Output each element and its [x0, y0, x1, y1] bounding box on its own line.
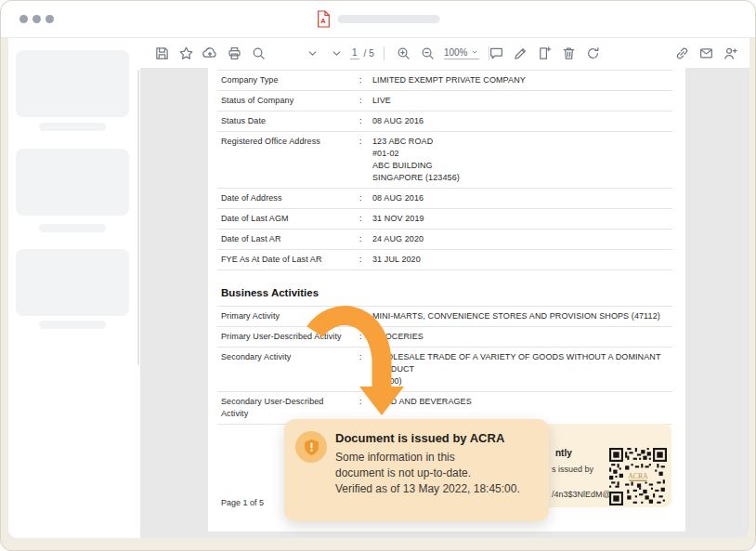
table-row: Status of Company : LIVE [217, 91, 672, 112]
qr-card-text-fragment: s issued by [552, 465, 593, 474]
cloud-upload-button[interactable] [200, 42, 220, 64]
email-button[interactable] [696, 42, 716, 64]
page-thumbnail-label [39, 123, 106, 131]
row-value: 31 NOV 2019 [372, 213, 672, 225]
table-row: Company Type : LIMITED EXEMPT PRIVATE CO… [217, 70, 672, 91]
row-label: Secondary User-Described Activity [221, 396, 359, 420]
acra-issue-tooltip: Document is issued by ACRA Some informat… [284, 419, 549, 521]
edit-icon [513, 46, 528, 61]
comment-button[interactable] [486, 42, 506, 64]
company-profile-table: Company Type : LIMITED EXEMPT PRIVATE CO… [217, 70, 672, 270]
table-row: Status Date : 08 AUG 2016 [217, 112, 672, 132]
row-value: FOOD AND BEVERAGES [372, 396, 672, 408]
row-label: Primary Activity [221, 310, 359, 322]
svg-text:A: A [320, 17, 326, 25]
page-total: 5 [369, 48, 374, 59]
add-page-icon [537, 46, 553, 61]
document-page: Company Type : LIMITED EXEMPT PRIVATE CO… [208, 68, 685, 531]
qr-logo-text: ACRA [628, 472, 648, 480]
comment-icon [489, 46, 504, 61]
zoom-out-button[interactable] [418, 42, 438, 64]
document-title-placeholder [338, 15, 440, 23]
page-thumbnail[interactable] [16, 149, 129, 216]
app-frame: A [0, 0, 756, 551]
window-control-dot[interactable] [46, 15, 54, 23]
tooltip-body-line: Some information in this [335, 450, 520, 466]
document-title-area: A [317, 10, 440, 28]
row-value: WHOLESALE TRADE OF A VARIETY OF GOODS WI… [372, 351, 672, 387]
row-label: Date of Last AR [221, 233, 359, 245]
zoom-in-button[interactable] [394, 42, 414, 64]
row-value: 123 ABC ROAD #01-02 ABC BUILDING SINGAPO… [372, 136, 672, 184]
row-value: GROCERIES [372, 331, 672, 343]
sidebar-scrollbar[interactable] [137, 70, 139, 365]
shield-alert-icon [304, 439, 319, 456]
tooltip-body: Some information in this document is not… [335, 450, 520, 497]
share-with-user-button[interactable] [720, 42, 740, 64]
business-activities-table: Primary Activity : MINI-MARTS, CONVENIEN… [217, 306, 672, 425]
table-row: Primary Activity : MINI-MARTS, CONVENIEN… [217, 306, 672, 327]
thumbnail-sidebar [8, 38, 140, 538]
search-button[interactable] [248, 42, 268, 64]
tooltip-body-line: document is not up-to-date. [335, 466, 520, 481]
delete-icon [561, 46, 577, 61]
mail-icon [698, 46, 714, 61]
section-title: Business Activities [221, 287, 319, 298]
zoom-level-dropdown[interactable]: 100% [444, 47, 480, 59]
save-button[interactable] [151, 42, 172, 64]
star-icon [178, 46, 194, 61]
copy-link-button[interactable] [671, 42, 692, 64]
page-thumbnail[interactable] [16, 249, 129, 316]
print-button[interactable] [224, 42, 244, 64]
row-label: Date of Last AGM [221, 213, 359, 225]
chevron-down-icon [330, 46, 344, 60]
row-label: Date of Address [221, 192, 359, 204]
qr-card-text-fragment: ntly [555, 448, 572, 458]
tooltip-title: Document is issued by ACRA [335, 431, 504, 445]
window-control-dot[interactable] [33, 15, 41, 23]
row-value: 08 AUG 2016 [372, 192, 672, 204]
row-value: 24 AUG 2020 [372, 233, 672, 245]
zoom-level-value: 100% [444, 47, 468, 58]
row-value: 08 AUG 2016 [372, 115, 672, 127]
page-number-input[interactable]: 1 [350, 47, 359, 59]
row-label: Status Date [221, 115, 359, 127]
page-thumbnail-label [39, 321, 106, 329]
table-row: Date of Last AR : 24 AUG 2020 [217, 230, 672, 250]
qr-code: ACRA [609, 448, 667, 505]
qr-verification-card: ntly s issued by /4n3$3NlEdM@ [528, 424, 671, 507]
page-thumbnail-label [39, 224, 106, 232]
table-row: Registered Office Address : 123 ABC ROAD… [217, 132, 672, 189]
row-value: MINI-MARTS, CONVENIENCE STORES AND PROVI… [372, 310, 672, 322]
search-icon [251, 46, 267, 61]
edit-button[interactable] [510, 42, 530, 64]
print-icon [227, 46, 242, 61]
page-separator: / [362, 48, 367, 59]
table-row: Date of Address : 08 AUG 2016 [217, 189, 672, 209]
refresh-icon [585, 46, 601, 61]
add-page-button[interactable] [534, 42, 554, 64]
window-controls [20, 15, 54, 23]
row-label: Status of Company [221, 95, 359, 107]
row-value: 31 JUL 2020 [372, 254, 672, 266]
page-thumbnail[interactable] [16, 50, 129, 117]
row-value: LIMITED EXEMPT PRIVATE COMPANY [372, 74, 672, 86]
favorite-button[interactable] [176, 42, 196, 64]
page-indicator: 1 / 5 [350, 47, 374, 59]
viewer-toolbar: 1 / 5 [140, 38, 749, 68]
pdf-viewer-window: 1 / 5 [8, 38, 749, 538]
delete-button[interactable] [558, 42, 579, 64]
table-row: Secondary Activity : WHOLESALE TRADE OF … [217, 348, 672, 392]
refresh-button[interactable] [582, 42, 603, 64]
link-icon [674, 46, 690, 61]
window-control-dot[interactable] [20, 15, 28, 23]
shield-alert-icon-circle [295, 431, 327, 463]
zoom-out-icon [420, 46, 436, 61]
titlebar: A [1, 1, 755, 38]
cloud-upload-icon [202, 45, 218, 61]
next-page-button[interactable] [326, 42, 346, 64]
toolbar-divider [384, 46, 385, 60]
row-value: LIVE [372, 95, 672, 107]
previous-page-button[interactable] [302, 42, 322, 64]
page-footer: Page 1 of 5 [221, 498, 264, 507]
